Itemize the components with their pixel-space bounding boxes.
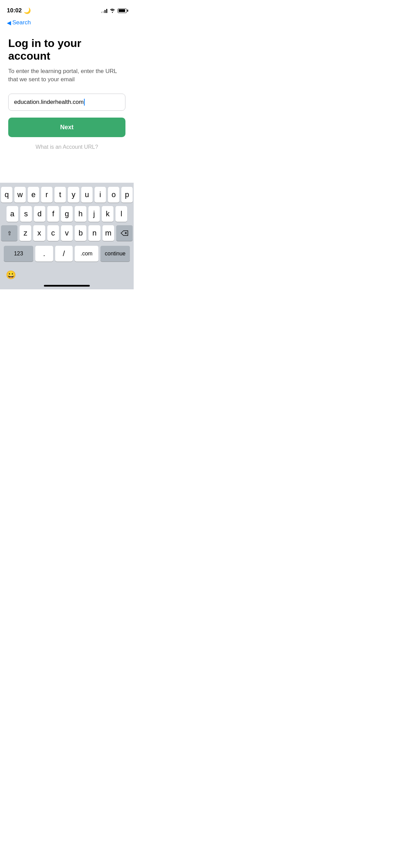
page-title: Log in to your account: [8, 37, 125, 62]
keyboard-bottom: 😀: [1, 266, 133, 283]
wifi-icon: [109, 8, 116, 13]
numbers-key[interactable]: 123: [4, 246, 33, 262]
emoji-button[interactable]: 😀: [4, 268, 17, 281]
back-button[interactable]: ◀ Search: [7, 19, 31, 26]
key-i[interactable]: i: [95, 187, 106, 203]
key-b[interactable]: b: [75, 225, 86, 241]
key-q[interactable]: q: [1, 187, 12, 203]
text-cursor: [84, 99, 85, 106]
key-o[interactable]: o: [108, 187, 119, 203]
page-subtitle: To enter the learning portal, enter the …: [8, 67, 125, 84]
continue-key[interactable]: continue: [100, 246, 130, 262]
key-j[interactable]: j: [88, 206, 100, 222]
key-a[interactable]: a: [7, 206, 18, 222]
url-input-container[interactable]: education.linderhealth.com: [8, 94, 125, 111]
keyboard-row-3: ⇧zxcvbnm: [1, 225, 133, 241]
key-l[interactable]: l: [116, 206, 127, 222]
key-p[interactable]: p: [121, 187, 133, 203]
status-icons: [101, 8, 127, 13]
key-k[interactable]: k: [102, 206, 113, 222]
keyboard-row-1: qwertyuiop: [1, 187, 133, 203]
moon-icon: 🌙: [24, 7, 31, 14]
key-z[interactable]: z: [20, 225, 31, 241]
key-c[interactable]: c: [47, 225, 59, 241]
key-w[interactable]: w: [14, 187, 26, 203]
key-v[interactable]: v: [61, 225, 73, 241]
help-link[interactable]: What is an Account URL?: [8, 144, 125, 150]
period-key[interactable]: .: [35, 246, 53, 262]
key-x[interactable]: x: [33, 225, 45, 241]
battery-icon: [118, 9, 127, 13]
back-chevron-icon: ◀: [7, 20, 11, 26]
key-t[interactable]: t: [54, 187, 66, 203]
key-n[interactable]: n: [88, 225, 100, 241]
key-e[interactable]: e: [28, 187, 39, 203]
key-u[interactable]: u: [81, 187, 93, 203]
shift-key[interactable]: ⇧: [1, 225, 17, 241]
url-input-value: education.linderhealth.com: [14, 99, 84, 106]
key-r[interactable]: r: [41, 187, 52, 203]
key-d[interactable]: d: [34, 206, 46, 222]
slash-key[interactable]: /: [55, 246, 73, 262]
keyboard: qwertyuiop asdfghjkl ⇧zxcvbnm 123./.comc…: [0, 183, 134, 289]
dotcom-key[interactable]: .com: [75, 246, 98, 262]
back-label: Search: [12, 19, 31, 26]
key-y[interactable]: y: [68, 187, 79, 203]
signal-bar-2: [103, 11, 104, 13]
keyboard-row-2: asdfghjkl: [1, 206, 133, 222]
next-button[interactable]: Next: [8, 118, 125, 137]
status-bar: 10:02 🌙: [0, 0, 134, 16]
status-time: 10:02 🌙: [7, 7, 31, 14]
signal-bar-3: [105, 10, 106, 13]
key-f[interactable]: f: [47, 206, 59, 222]
home-indicator: [44, 285, 90, 287]
battery-fill: [119, 9, 125, 12]
signal-bar-1: [101, 12, 102, 13]
nav-bar: ◀ Search: [0, 16, 134, 29]
backspace-key[interactable]: [116, 225, 133, 241]
key-h[interactable]: h: [75, 206, 86, 222]
signal-bar-4: [106, 9, 107, 13]
keyboard-row-4: 123./.comcontinue: [1, 244, 133, 263]
key-g[interactable]: g: [61, 206, 73, 222]
key-s[interactable]: s: [20, 206, 32, 222]
main-content: Log in to your account To enter the lear…: [0, 29, 134, 150]
time-display: 10:02: [7, 7, 22, 14]
key-m[interactable]: m: [102, 225, 114, 241]
signal-bars-icon: [101, 8, 107, 13]
